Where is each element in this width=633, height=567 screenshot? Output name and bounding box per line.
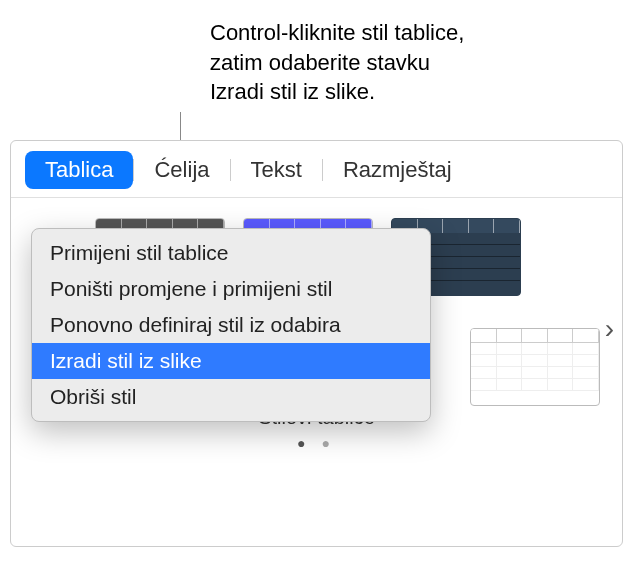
callout-line-1: Control-kliknite stil tablice, xyxy=(210,18,590,48)
inspector-panel: Tablica Ćelija Tekst Razmještaj xyxy=(10,140,623,547)
context-menu: Primijeni stil tablice Poništi promjene … xyxy=(31,228,431,422)
chevron-right-icon[interactable]: › xyxy=(605,313,614,345)
table-style-thumb[interactable] xyxy=(470,328,600,406)
tab-layout[interactable]: Razmještaj xyxy=(323,151,472,189)
menu-item-redefine-from-selection[interactable]: Ponovno definiraj stil iz odabira xyxy=(32,307,430,343)
page-dots[interactable]: ● ● xyxy=(25,435,608,451)
table-styles-area: › Primijeni stil tablice Poništi promjen… xyxy=(11,198,622,461)
callout-text: Control-kliknite stil tablice, zatim oda… xyxy=(210,18,590,107)
tab-cell[interactable]: Ćelija xyxy=(134,151,229,189)
tab-text[interactable]: Tekst xyxy=(231,151,322,189)
callout-line-2: zatim odaberite stavku xyxy=(210,48,590,78)
menu-item-delete-style[interactable]: Obriši stil xyxy=(32,379,430,415)
menu-item-create-from-image[interactable]: Izradi stil iz slike xyxy=(32,343,430,379)
menu-item-apply-style[interactable]: Primijeni stil tablice xyxy=(32,235,430,271)
callout-line-3: Izradi stil iz slike. xyxy=(210,77,590,107)
tab-table[interactable]: Tablica xyxy=(25,151,133,189)
menu-item-revert-apply[interactable]: Poništi promjene i primijeni stil xyxy=(32,271,430,307)
tab-bar: Tablica Ćelija Tekst Razmještaj xyxy=(11,141,622,198)
